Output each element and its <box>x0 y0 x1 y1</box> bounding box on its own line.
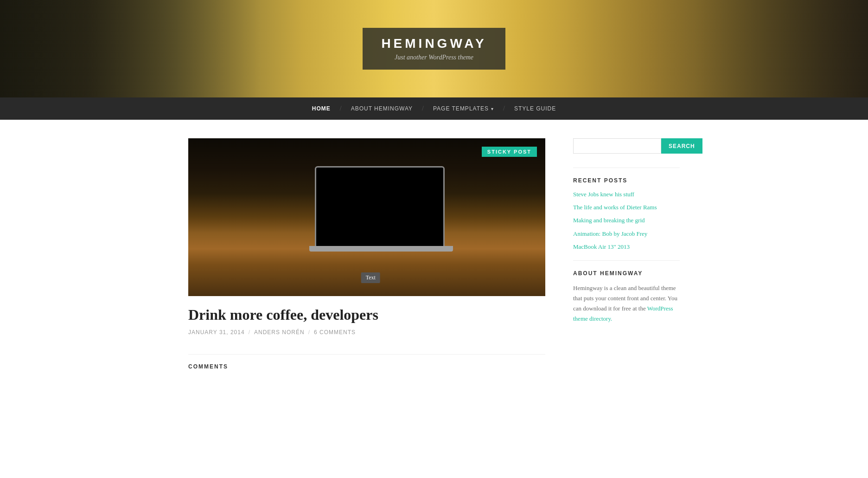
site-title: HEMINGWAY <box>381 36 486 51</box>
post-card-main: STICKY POST Text Drink more coffee, deve… <box>188 138 545 336</box>
hero-banner: HEMINGWAY Just another WordPress theme <box>0 0 868 97</box>
site-subtitle: Just another WordPress theme <box>381 54 486 61</box>
about-section: ABOUT HEMINGWAY Hemingway is a clean and… <box>573 270 680 324</box>
recent-posts-title: RECENT POSTS <box>573 177 680 184</box>
sidebar-divider-1 <box>573 168 680 168</box>
recent-post-item-3[interactable]: Animation: Bob by Jacob Frey <box>573 230 680 238</box>
nav-item-templates-label: PAGE TEMPLATES <box>433 105 489 112</box>
text-overlay-button[interactable]: Text <box>361 272 380 283</box>
post-author[interactable]: ANDERS NORÉN <box>254 329 305 336</box>
sidebar: SEARCH RECENT POSTS Steve Jobs knew his … <box>573 138 680 370</box>
comments-title: COMMENTS <box>188 363 228 370</box>
recent-post-item-2[interactable]: Making and breaking the grid <box>573 216 680 225</box>
nav-item-home[interactable]: HOME <box>304 97 339 120</box>
chevron-down-icon: ▾ <box>491 106 494 111</box>
nav-item-templates[interactable]: PAGE TEMPLATES ▾ <box>425 97 502 120</box>
nav-item-about[interactable]: ABOUT HEMINGWAY <box>343 97 421 120</box>
post-comments-link[interactable]: 6 COMMENTS <box>314 329 356 336</box>
post-meta-sep-1: / <box>249 329 250 336</box>
post-title: Drink more coffee, developers <box>188 306 545 323</box>
nav-item-style-guide[interactable]: STYLE GUIDE <box>506 97 564 120</box>
comments-section: COMMENTS <box>188 354 545 370</box>
post-date: JANUARY 31, 2014 <box>188 329 245 336</box>
content-area: STICKY POST Text Drink more coffee, deve… <box>188 138 545 370</box>
recent-post-item-1[interactable]: The life and works of Dieter Rams <box>573 203 680 212</box>
search-widget: SEARCH <box>573 138 680 154</box>
nav-separator-1: / <box>339 105 343 112</box>
sticky-post-badge: STICKY POST <box>482 147 537 157</box>
post-featured-image: STICKY POST Text <box>188 138 545 296</box>
post-meta-sep-2: / <box>308 329 310 336</box>
search-input[interactable] <box>573 138 661 154</box>
about-text: Hemingway is a clean and beautiful theme… <box>573 283 680 324</box>
sidebar-divider-2 <box>573 260 680 261</box>
post-meta: JANUARY 31, 2014 / ANDERS NORÉN / 6 COMM… <box>188 329 545 336</box>
laptop-base-graphic <box>309 246 453 252</box>
nav-separator-2: / <box>421 105 425 112</box>
site-header: HEMINGWAY Just another WordPress theme H… <box>0 0 868 120</box>
about-title: ABOUT HEMINGWAY <box>573 270 680 277</box>
laptop-screen-graphic <box>315 166 445 247</box>
search-button[interactable]: SEARCH <box>661 138 702 154</box>
site-title-box: HEMINGWAY Just another WordPress theme <box>363 28 505 70</box>
main-nav: HOME / ABOUT HEMINGWAY / PAGE TEMPLATES … <box>0 97 868 120</box>
main-container: STICKY POST Text Drink more coffee, deve… <box>179 120 689 389</box>
nav-separator-3: / <box>502 105 506 112</box>
recent-post-item-0[interactable]: Steve Jobs knew his stuff <box>573 190 680 199</box>
recent-post-item-4[interactable]: MacBook Air 13" 2013 <box>573 243 680 251</box>
recent-posts-section: RECENT POSTS Steve Jobs knew his stuff T… <box>573 177 680 251</box>
